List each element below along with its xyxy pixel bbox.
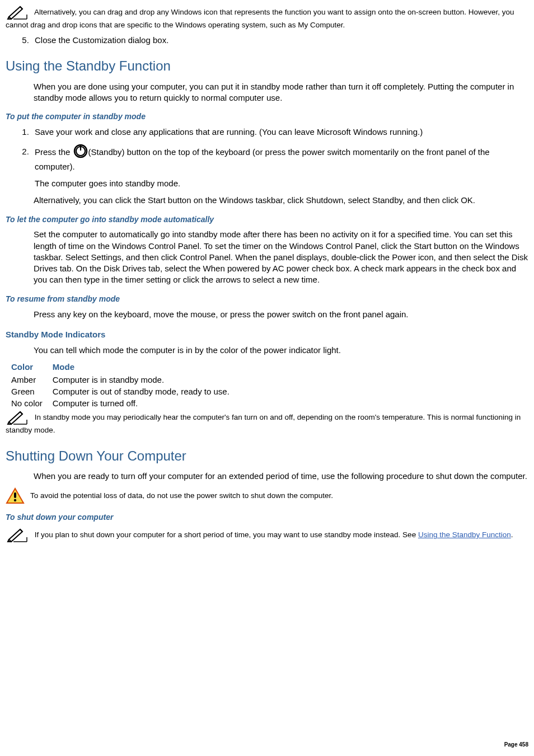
put-step-1: Save your work and close any application… (31, 126, 528, 138)
link-using-standby[interactable]: Using the Standby Function (418, 530, 511, 539)
step-5: Close the Customization dialog box. (31, 35, 528, 46)
col-color: Color (11, 361, 53, 374)
note-text: In standby mode you may periodically hea… (6, 413, 521, 434)
table-row: Green Computer is out of standby mode, r… (11, 386, 240, 398)
note-short-period: If you plan to shut down your computer f… (6, 527, 528, 543)
note-pencil-icon (6, 410, 29, 425)
step-list-continued: Close the Customization dialog box. (6, 35, 528, 46)
note-text-part-a: If you plan to shut down your computer f… (35, 530, 418, 539)
put-standby-steps: Save your work and close any application… (6, 126, 528, 189)
put-step-2-result: The computer goes into standby mode. (35, 178, 528, 189)
note-fan-standby: In standby mode you may periodically hea… (6, 410, 528, 435)
heading-using-standby: Using the Standby Function (6, 57, 528, 75)
svg-rect-3 (14, 492, 16, 498)
heading-standby-indicators: Standby Mode Indicators (6, 329, 528, 340)
heading-resume-standby: To resume from standby mode (6, 294, 528, 304)
svg-point-4 (14, 499, 16, 501)
heading-put-standby: To put the computer in standby mode (6, 111, 528, 122)
standby-power-icon (73, 144, 88, 161)
note-pencil-icon (6, 527, 29, 543)
warning-triangle-icon (6, 487, 25, 504)
note-alternative-drag-drop: Alternatively, you can drag and drop any… (6, 4, 528, 30)
indicators-intro: You can tell which mode the computer is … (34, 345, 528, 356)
note-text: Alternatively, you can drag and drop any… (6, 8, 514, 29)
standby-intro: When you are done using your computer, y… (34, 81, 528, 104)
note-text-part-b: . (511, 530, 513, 539)
table-row: Amber Computer is in standby mode. (11, 374, 240, 386)
heading-shut-down-procedure: To shut down your computer (6, 512, 528, 523)
note-pencil-icon (6, 4, 29, 20)
col-mode: Mode (53, 361, 240, 374)
heading-shutting-down: Shutting Down Your Computer (6, 447, 528, 465)
table-row: No color Computer is turned off. (11, 398, 240, 410)
put-step-2: Press the (Standby) button on the top of… (31, 144, 528, 190)
heading-auto-standby: To let the computer go into standby mode… (6, 214, 528, 225)
mode-indicator-table: Color Mode Amber Computer is in standby … (11, 361, 240, 410)
shutdown-intro: When you are ready to turn off your comp… (34, 471, 528, 482)
resume-text: Press any key on the keyboard, move the … (34, 309, 528, 320)
warning-text: To avoid the potential loss of data, do … (30, 491, 333, 501)
put-alternative: Alternatively, you can click the Start b… (34, 195, 528, 206)
warning-box: To avoid the potential loss of data, do … (6, 487, 528, 504)
auto-standby-text: Set the computer to automatically go int… (34, 229, 528, 285)
